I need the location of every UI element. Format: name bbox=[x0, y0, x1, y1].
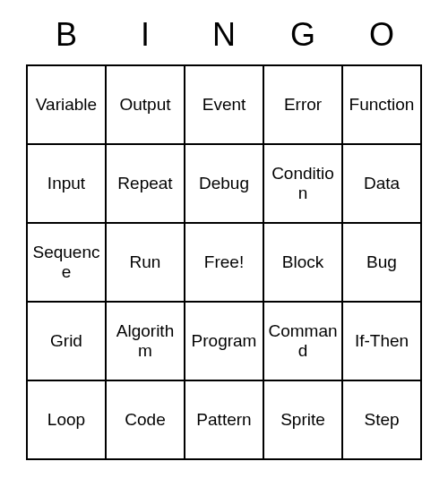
bingo-cell[interactable]: Bug bbox=[342, 223, 421, 302]
header-letter-g: G bbox=[263, 16, 342, 54]
bingo-cell[interactable]: Loop bbox=[27, 380, 106, 459]
bingo-cell[interactable]: Grid bbox=[27, 302, 106, 380]
bingo-cell[interactable]: If-Then bbox=[342, 302, 421, 380]
bingo-cell[interactable]: Variable bbox=[27, 65, 106, 144]
bingo-cell[interactable]: Function bbox=[342, 65, 421, 144]
bingo-cell[interactable]: Repeat bbox=[106, 144, 185, 223]
bingo-cell-free[interactable]: Free! bbox=[185, 223, 263, 302]
bingo-cell[interactable]: Sprite bbox=[263, 380, 342, 459]
bingo-cell[interactable]: Data bbox=[342, 144, 421, 223]
bingo-cell[interactable]: Pattern bbox=[185, 380, 263, 459]
bingo-cell[interactable]: Event bbox=[185, 65, 263, 144]
bingo-cell[interactable]: Algorithm bbox=[106, 302, 185, 380]
bingo-cell[interactable]: Command bbox=[263, 302, 342, 380]
bingo-cell[interactable]: Run bbox=[106, 223, 185, 302]
header-letter-o: O bbox=[342, 16, 421, 54]
bingo-cell[interactable]: Code bbox=[106, 380, 185, 459]
header-letter-n: N bbox=[185, 16, 263, 54]
bingo-cell[interactable]: Condition bbox=[263, 144, 342, 223]
bingo-cell[interactable]: Debug bbox=[185, 144, 263, 223]
bingo-cell[interactable]: Sequence bbox=[27, 223, 106, 302]
bingo-header-row: B I N G O bbox=[27, 16, 421, 54]
bingo-cell[interactable]: Error bbox=[263, 65, 342, 144]
bingo-grid: Variable Output Event Error Function Inp… bbox=[26, 64, 422, 460]
header-letter-b: B bbox=[27, 16, 106, 54]
header-letter-i: I bbox=[106, 16, 185, 54]
bingo-cell[interactable]: Block bbox=[263, 223, 342, 302]
bingo-cell[interactable]: Program bbox=[185, 302, 263, 380]
bingo-cell[interactable]: Input bbox=[27, 144, 106, 223]
bingo-cell[interactable]: Step bbox=[342, 380, 421, 459]
bingo-cell[interactable]: Output bbox=[106, 65, 185, 144]
